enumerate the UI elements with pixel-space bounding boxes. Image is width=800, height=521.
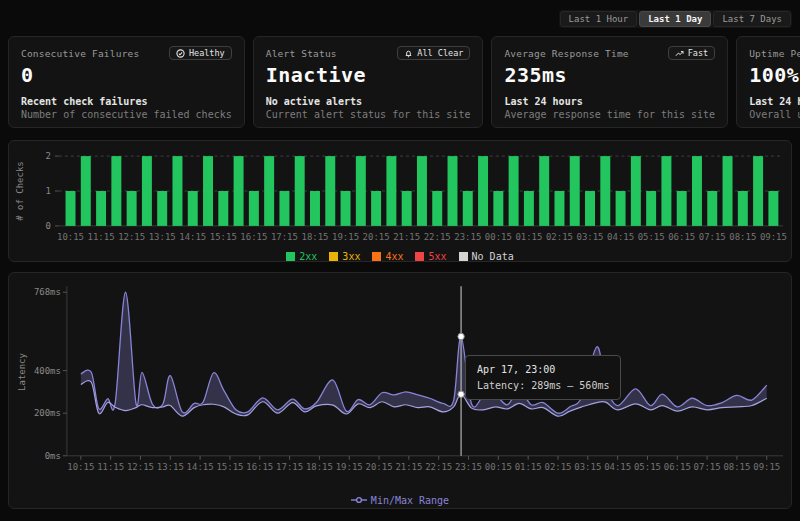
legend-swatch	[415, 252, 424, 261]
legend-label: 3xx	[342, 251, 360, 262]
svg-text:16:15: 16:15	[246, 462, 273, 472]
healthy-badge: Healthy	[169, 46, 232, 60]
svg-text:11:15: 11:15	[97, 462, 124, 472]
svg-text:11:15: 11:15	[88, 232, 115, 242]
svg-text:20:15: 20:15	[363, 232, 390, 242]
svg-text:Latency: Latency	[17, 353, 27, 391]
svg-text:05:15: 05:15	[638, 232, 665, 242]
svg-text:02:15: 02:15	[544, 462, 571, 472]
svg-text:09:15: 09:15	[753, 462, 780, 472]
svg-text:12:15: 12:15	[127, 462, 154, 472]
svg-text:15:15: 15:15	[216, 462, 243, 472]
svg-text:10:15: 10:15	[57, 232, 84, 242]
card-description: Overall uptime percentage for this site	[749, 109, 800, 120]
trending-up-icon	[675, 49, 684, 58]
all-clear-badge: All Clear	[397, 46, 470, 60]
card-consecutive-failures: Consecutive Failures Healthy 0 Recent ch…	[8, 36, 245, 128]
svg-text:23:15: 23:15	[454, 232, 481, 242]
svg-text:14:15: 14:15	[179, 232, 206, 242]
svg-text:18:15: 18:15	[306, 462, 333, 472]
card-uptime-percentage: Uptime Percentage On Target 100% Last 24…	[736, 36, 800, 128]
svg-text:07:15: 07:15	[699, 232, 726, 242]
card-title: Uptime Percentage	[749, 46, 800, 59]
svg-text:14:15: 14:15	[187, 462, 214, 472]
legend-label: 4xx	[385, 251, 403, 262]
range-last-1-hour[interactable]: Last 1 Hour	[560, 11, 638, 27]
card-title: Alert Status	[266, 46, 337, 59]
svg-text:15:15: 15:15	[210, 232, 237, 242]
svg-text:22:15: 22:15	[425, 462, 452, 472]
legend-swatch	[372, 252, 381, 261]
range-last-7-days[interactable]: Last 7 Days	[713, 11, 791, 27]
card-title: Consecutive Failures	[21, 46, 139, 59]
svg-text:00:15: 00:15	[485, 462, 512, 472]
svg-text:05:15: 05:15	[634, 462, 661, 472]
svg-text:01:15: 01:15	[515, 232, 542, 242]
svg-text:16:15: 16:15	[240, 232, 267, 242]
bell-icon	[404, 49, 413, 58]
svg-text:09:15: 09:15	[760, 232, 787, 242]
chart-tooltip: Apr 17, 23:00 Latency: 289ms – 560ms	[465, 355, 621, 400]
latency-area-chart[interactable]: 0ms200ms400ms768msLatency10:1511:1512:15…	[13, 276, 787, 488]
legend-item-3xx: 3xx	[329, 251, 360, 262]
time-range-bar: Last 1 Hour Last 1 Day Last 7 Days	[8, 8, 792, 30]
svg-text:0: 0	[45, 221, 50, 231]
svg-text:21:15: 21:15	[393, 232, 420, 242]
svg-text:13:15: 13:15	[157, 462, 184, 472]
minmax-legend-icon	[351, 496, 367, 504]
range-last-1-day[interactable]: Last 1 Day	[639, 11, 711, 27]
svg-text:03:15: 03:15	[574, 462, 601, 472]
minmax-legend: Min/Max Range	[13, 492, 787, 508]
svg-text:17:15: 17:15	[271, 232, 298, 242]
uptime-dashboard: Last 1 Hour Last 1 Day Last 7 Days Conse…	[0, 0, 800, 521]
svg-text:08:15: 08:15	[723, 462, 750, 472]
svg-text:2: 2	[45, 151, 50, 161]
svg-text:# of Checks: # of Checks	[15, 161, 25, 220]
legend-item-no-data: No Data	[459, 251, 514, 262]
svg-text:03:15: 03:15	[577, 232, 604, 242]
card-label: Recent check failures	[21, 96, 232, 107]
card-label: Last 24 hours	[749, 96, 800, 107]
card-description: Number of consecutive failed checks	[21, 109, 232, 120]
card-label: Last 24 hours	[504, 96, 715, 107]
svg-text:10:15: 10:15	[67, 462, 94, 472]
card-alert-status: Alert Status All Clear Inactive No activ…	[253, 36, 484, 128]
legend-label: No Data	[472, 251, 514, 262]
legend-label: 5xx	[428, 251, 446, 262]
svg-text:08:15: 08:15	[729, 232, 756, 242]
legend-item-2xx: 2xx	[286, 251, 317, 262]
card-average-response-time: Average Response Time Fast 235ms Last 24…	[491, 36, 728, 128]
card-value: 235ms	[504, 63, 715, 87]
svg-text:06:15: 06:15	[668, 232, 695, 242]
card-description: Current alert status for this site	[266, 109, 471, 120]
svg-text:21:15: 21:15	[395, 462, 422, 472]
legend-item-4xx: 4xx	[372, 251, 403, 262]
fast-badge: Fast	[668, 46, 715, 60]
legend-swatch	[286, 252, 295, 261]
svg-text:04:15: 04:15	[607, 232, 634, 242]
svg-text:12:15: 12:15	[118, 232, 145, 242]
svg-text:1: 1	[45, 186, 50, 196]
svg-text:20:15: 20:15	[366, 462, 393, 472]
latency-chart-panel: 0ms200ms400ms768msLatency10:1511:1512:15…	[8, 272, 792, 509]
legend-swatch	[459, 252, 468, 261]
svg-text:19:15: 19:15	[332, 232, 359, 242]
badge-label: Fast	[688, 48, 708, 58]
tooltip-latency-range: Latency: 289ms – 560ms	[477, 380, 609, 391]
status-code-legend: 2xx3xx4xx5xxNo Data	[13, 249, 787, 264]
svg-text:17:15: 17:15	[276, 462, 303, 472]
svg-text:0ms: 0ms	[45, 451, 61, 461]
stat-cards-row: Consecutive Failures Healthy 0 Recent ch…	[8, 36, 792, 128]
card-value: Inactive	[266, 63, 471, 87]
svg-text:04:15: 04:15	[604, 462, 631, 472]
svg-text:19:15: 19:15	[336, 462, 363, 472]
card-title: Average Response Time	[504, 46, 628, 59]
legend-swatch	[329, 252, 338, 261]
badge-label: All Clear	[417, 48, 463, 58]
svg-text:13:15: 13:15	[149, 232, 176, 242]
svg-text:01:15: 01:15	[515, 462, 542, 472]
svg-text:07:15: 07:15	[694, 462, 721, 472]
svg-text:23:15: 23:15	[455, 462, 482, 472]
checks-bar-chart[interactable]: 210# of Checks10:1511:1512:1513:1514:151…	[13, 144, 787, 245]
svg-text:400ms: 400ms	[34, 366, 61, 376]
